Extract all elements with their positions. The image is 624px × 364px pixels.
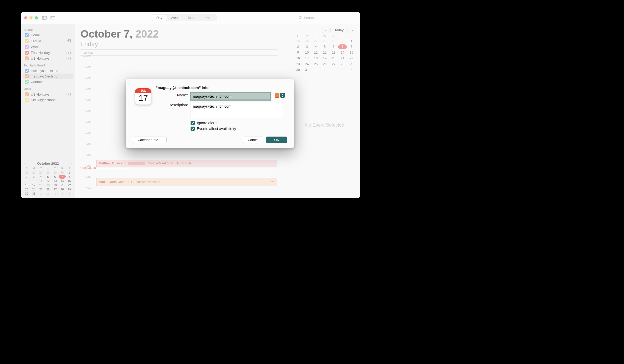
calendar-item[interactable]: Siri Suggestions (23, 97, 73, 103)
sidebar-group-header: Other (24, 87, 72, 90)
calendar-checkbox[interactable] (25, 69, 29, 73)
calendar-checkbox[interactable] (25, 74, 29, 78)
current-time-indicator: 10:03 AM (77, 167, 277, 170)
subscribed-icon: ⦘⦘⦘ (65, 56, 71, 60)
calendar-item[interactable]: Contacts (23, 79, 73, 85)
view-month-tab[interactable]: Month (184, 15, 202, 21)
hour-label: 6 AM (75, 120, 94, 123)
calendar-checkbox[interactable] (25, 80, 29, 84)
traffic-lights (24, 16, 38, 19)
svg-point-7 (272, 180, 273, 182)
calendar-item[interactable]: Home (23, 32, 73, 38)
calendar-label: Family (31, 39, 41, 43)
calendar-checkbox[interactable] (25, 98, 29, 102)
right-pane: ‹ Today › SMTWTFS25262728293012345678910… (289, 24, 360, 198)
mini-next-button[interactable]: › (71, 162, 72, 165)
availability-label: Events affect availability (197, 127, 236, 131)
subscribed-icon: ⦘⦘⦘ (65, 50, 71, 55)
ok-button[interactable]: OK (266, 137, 287, 143)
svg-point-2 (299, 16, 301, 19)
calendar-event[interactable]: Matthew Guay and Google Meet (instructio… (96, 160, 277, 167)
availability-checkbox[interactable] (191, 127, 195, 131)
hour-label: 1 AM (75, 65, 94, 68)
calendar-event[interactable]: Matt + Chris Chat us06web.zoom.us (96, 178, 277, 186)
description-textarea[interactable]: maguay@techinch.com (191, 103, 283, 118)
calendar-checkbox[interactable] (25, 51, 29, 55)
shared-icon (67, 39, 71, 43)
ignore-alerts-label: Ignore alerts (197, 121, 217, 125)
mini-cal-title: October 2022 (37, 162, 59, 165)
hour-label: 7 AM (75, 131, 94, 134)
view-week-tab[interactable]: Week (167, 15, 184, 21)
view-year-tab[interactable]: Year (202, 15, 217, 21)
all-day-row: all-day (80, 49, 278, 56)
close-window-button[interactable] (24, 16, 27, 19)
ignore-alerts-checkbox[interactable] (191, 121, 195, 125)
hour-label: 2 AM (75, 76, 94, 79)
minimize-window-button[interactable] (29, 16, 33, 19)
inbox-icon[interactable] (50, 16, 56, 20)
calendar-item[interactable]: Thai Holidays⦘⦘⦘ (23, 50, 73, 55)
calendar-window: ＋ Day Week Month Year Search iCloudHomeF… (21, 12, 360, 198)
hour-label: 12 AM (75, 54, 94, 57)
zoom-window-button[interactable] (35, 16, 38, 19)
calendar-item[interactable]: Family (23, 38, 73, 44)
attendee-icon (271, 180, 275, 183)
name-input[interactable] (191, 93, 270, 100)
search-input[interactable]: Search (296, 15, 357, 21)
calendar-item[interactable]: Work (23, 44, 73, 50)
svg-rect-6 (129, 181, 131, 183)
dialog-title: “maguay@techinch.com” Info (156, 86, 287, 90)
calendar-item[interactable]: maguay@techinc… (23, 74, 73, 79)
hour-label: 9 AM (75, 153, 94, 157)
calendar-label: Contacts (31, 80, 44, 84)
calendar-checkbox[interactable] (25, 39, 29, 43)
toolbar: ＋ Day Week Month Year Search (21, 12, 360, 24)
calendar-color-swatch[interactable] (275, 93, 279, 98)
video-icon (129, 181, 132, 183)
calendar-checkbox[interactable] (25, 33, 29, 37)
next-period-button[interactable]: › (349, 27, 356, 33)
prev-period-button[interactable]: ‹ (322, 27, 329, 33)
svg-line-3 (301, 19, 302, 19)
hour-label: 11 AM (75, 175, 94, 179)
calendar-item[interactable]: Holidays in United… (23, 68, 73, 74)
hour-label: 5 AM (75, 109, 94, 112)
hour-label: 3 AM (75, 87, 94, 90)
calendar-label: Work (31, 45, 39, 49)
calendar-info-dialog: JUL 17 “maguay@techinch.com” Info Name: … (126, 79, 294, 148)
view-segment: Day Week Month Year (152, 14, 218, 21)
svg-point-5 (69, 39, 70, 40)
calendar-label: US Holidays (31, 56, 50, 60)
calendar-app-icon: JUL 17 (135, 88, 151, 105)
cancel-button[interactable]: Cancel (243, 137, 263, 143)
view-day-tab[interactable]: Day (152, 15, 167, 21)
calendar-label: Thai Holidays (31, 51, 52, 55)
today-button[interactable]: Today (330, 27, 347, 33)
sidebar-mini-calendar[interactable]: ‹October 2022›SMTWTFS2526272829301234567… (23, 160, 73, 196)
hour-label: 8 AM (75, 142, 94, 145)
calendar-checkbox[interactable] (25, 56, 29, 60)
no-event-label: No Event Selected (294, 122, 356, 128)
search-icon (299, 16, 302, 20)
calendar-label: Siri Suggestions (31, 98, 55, 102)
sidebar-toggle-icon[interactable] (42, 16, 47, 20)
search-placeholder: Search (304, 16, 315, 20)
calendar-info-button[interactable]: Calendar Info… (133, 137, 167, 143)
calendar-checkbox[interactable] (25, 45, 29, 49)
new-event-button[interactable]: ＋ (60, 14, 67, 21)
subscribed-icon: ⦘⦘⦘ (65, 92, 71, 96)
mini-prev-button[interactable]: ‹ (24, 162, 25, 165)
color-picker-dropdown[interactable] (280, 93, 285, 98)
svg-rect-0 (42, 16, 47, 19)
month-grid[interactable]: SMTWTFS252627282930123456789101112131415… (294, 34, 356, 72)
sidebar-group-header: iCloud (24, 28, 72, 31)
calendar-label: maguay@techinc… (31, 74, 61, 78)
calendar-label: US Holidays (31, 92, 50, 96)
hour-label: 4 AM (75, 98, 94, 101)
calendar-label: Home (31, 33, 40, 37)
date-title: October 7, 2022 (80, 28, 278, 40)
calendar-item[interactable]: US Holidays⦘⦘⦘ (23, 55, 73, 61)
calendar-item[interactable]: US Holidays⦘⦘⦘ (23, 91, 73, 97)
calendar-checkbox[interactable] (25, 92, 29, 96)
